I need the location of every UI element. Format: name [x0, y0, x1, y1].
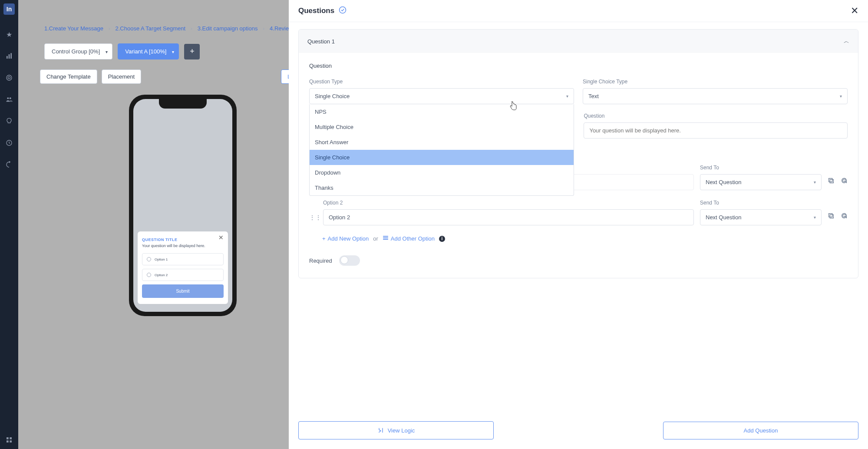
radio-icon	[147, 257, 151, 261]
svg-rect-8	[7, 437, 9, 439]
phone-mockup: ✕ QUESTION TITLE Your question will be d…	[129, 95, 237, 316]
dropdown-option-dropdown[interactable]: Dropdown	[310, 165, 574, 180]
control-group-label: Control Group [0%]	[52, 48, 100, 55]
question-label: Question	[584, 113, 848, 119]
question-type-value: Single Choice	[315, 93, 350, 99]
close-icon[interactable]: ✕	[218, 234, 224, 241]
question-title-label: QUESTION TITLE	[142, 238, 224, 242]
view-logic-label: View Logic	[388, 427, 415, 434]
panel-title-text: Questions	[298, 7, 334, 15]
phone-option-1[interactable]: Option 1	[142, 253, 224, 265]
dropdown-option-thanks[interactable]: Thanks	[310, 180, 574, 195]
svg-rect-13	[830, 179, 833, 183]
send-to-value-2: Next Question	[706, 214, 741, 221]
or-text: or	[373, 235, 378, 242]
svg-rect-2	[10, 53, 12, 59]
phone-option-1-label: Option 1	[155, 258, 168, 261]
section-question-label: Question	[309, 63, 848, 69]
phone-notch	[159, 99, 207, 109]
phone-submit-button[interactable]: Submit	[142, 284, 224, 298]
placement-button[interactable]: Placement	[102, 69, 141, 84]
bulb-icon[interactable]	[4, 116, 14, 126]
view-logic-button[interactable]: View Logic	[298, 421, 494, 439]
required-label: Required	[309, 258, 332, 264]
people-icon[interactable]	[4, 95, 14, 104]
single-choice-type-select[interactable]: Text ▾	[583, 88, 848, 104]
phone-option-2-label: Option 2	[155, 273, 168, 277]
dropdown-option-nps[interactable]: NPS	[310, 104, 574, 119]
send-to-select-1[interactable]: Next Question ▾	[700, 174, 822, 190]
svg-point-12	[340, 7, 346, 13]
copy-icon[interactable]	[828, 177, 835, 186]
breadcrumb-step-1[interactable]: 1.Create Your Message	[44, 25, 103, 32]
send-to-label-1: Send To	[700, 165, 822, 171]
add-question-button[interactable]: Add Question	[663, 422, 858, 439]
chevron-right-icon: ›	[263, 25, 264, 32]
send-to-value-1: Next Question	[706, 179, 741, 185]
star-icon[interactable]: ★	[4, 30, 14, 39]
add-option-row: + Add New Option or Add Other Option i	[322, 235, 848, 242]
svg-rect-9	[10, 437, 12, 439]
add-other-option-label: Add Other Option	[391, 235, 435, 242]
svg-rect-16	[829, 214, 832, 217]
option-2-input[interactable]	[323, 209, 694, 225]
refresh-icon[interactable]	[841, 177, 848, 186]
required-toggle[interactable]	[339, 255, 360, 266]
add-variant-button[interactable]: +	[184, 44, 200, 59]
svg-point-3	[7, 75, 12, 80]
question-input[interactable]	[584, 122, 848, 139]
change-template-button[interactable]: Change Template	[40, 69, 97, 84]
svg-rect-11	[10, 440, 12, 442]
option-2-row: ⋮⋮ Option 2 Send To Next Question ▾	[309, 200, 848, 225]
clock-icon[interactable]	[4, 138, 14, 148]
variant-a-select[interactable]: Variant A [100%] ▾	[118, 43, 179, 59]
question-description: Your question will be displayed here.	[142, 244, 224, 248]
app-logo[interactable]: In	[3, 3, 15, 15]
drag-handle-icon[interactable]: ⋮⋮	[309, 214, 317, 221]
toggle-knob	[340, 256, 348, 264]
add-other-option-button[interactable]: Add Other Option	[383, 235, 435, 242]
add-new-option-button[interactable]: + Add New Option	[322, 235, 369, 242]
cursor-pointer-icon	[509, 101, 518, 114]
chevron-right-icon: ›	[109, 25, 110, 32]
grid-icon[interactable]	[4, 435, 14, 445]
breadcrumb-step-3[interactable]: 3.Edit campaign options	[198, 25, 258, 32]
svg-rect-10	[7, 440, 9, 442]
variant-bar: Control Group [0%] ▾ Variant A [100%] ▾ …	[44, 43, 200, 59]
radio-icon	[147, 273, 151, 277]
info-icon[interactable]: i	[439, 236, 445, 242]
breadcrumb-step-2[interactable]: 2.Choose A Target Segment	[115, 25, 185, 32]
svg-point-6	[10, 97, 11, 99]
required-row: Required	[309, 255, 848, 266]
send-to-select-2[interactable]: Next Question ▾	[700, 209, 822, 225]
questions-panel: Questions ✕ Question 1 ︿ Question Questi…	[289, 0, 868, 449]
svg-point-4	[8, 76, 10, 79]
phone-option-2[interactable]: Option 2	[142, 269, 224, 281]
dropdown-option-multiple-choice[interactable]: Multiple Choice	[310, 119, 574, 135]
panel-header: Questions ✕	[289, 0, 868, 22]
target-icon[interactable]	[4, 73, 14, 83]
question-type-select[interactable]: Single Choice ▾	[309, 88, 574, 104]
refresh-icon[interactable]	[841, 212, 848, 221]
send-to-label-2: Send To	[700, 200, 822, 206]
survey-card: ✕ QUESTION TITLE Your question will be d…	[138, 231, 228, 304]
control-group-select[interactable]: Control Group [0%] ▾	[44, 43, 112, 59]
left-sidebar: In ★	[0, 0, 18, 449]
dropdown-option-single-choice[interactable]: Single Choice	[310, 150, 574, 165]
dropdown-option-short-answer[interactable]: Short Answer	[310, 135, 574, 150]
chart-icon[interactable]	[4, 51, 14, 61]
svg-rect-19	[383, 239, 388, 240]
accordion-header[interactable]: Question 1 ︿	[299, 30, 858, 53]
accordion-body: Question Question Type Single Choice ▾ N…	[299, 53, 858, 278]
chevron-right-icon: ›	[191, 25, 192, 32]
phone-screen: ✕ QUESTION TITLE Your question will be d…	[133, 99, 232, 312]
chevron-down-icon: ▾	[106, 49, 108, 54]
copy-icon[interactable]	[828, 212, 835, 221]
option-2-label: Option 2	[323, 200, 694, 206]
svg-rect-18	[383, 238, 388, 238]
chevron-down-icon: ▾	[814, 180, 816, 185]
close-panel-button[interactable]: ✕	[851, 6, 858, 16]
refresh-icon[interactable]	[4, 160, 14, 169]
svg-rect-14	[829, 178, 832, 182]
question-1-accordion: Question 1 ︿ Question Question Type Sing…	[298, 29, 858, 278]
